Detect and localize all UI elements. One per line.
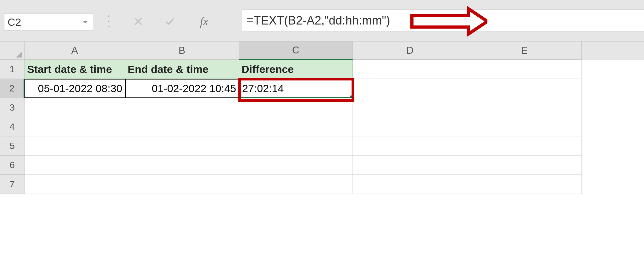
cell-B2[interactable]: 01-02-2022 10:45 — [125, 79, 239, 98]
row-4: 4 — [0, 117, 644, 136]
col-header-E[interactable]: E — [467, 41, 582, 60]
cell-E5[interactable] — [467, 136, 582, 156]
cell-C4[interactable] — [239, 117, 353, 136]
cell-A2-text: 05-01-2022 08:30 — [38, 82, 122, 95]
cell-D6[interactable] — [353, 156, 467, 175]
row-header-7[interactable]: 7 — [0, 175, 25, 194]
formula-bar-grip[interactable] — [104, 12, 113, 31]
cell-A2[interactable]: 05-01-2022 08:30 — [25, 79, 125, 98]
cell-E3[interactable] — [467, 98, 582, 117]
cell-C2[interactable]: 27:02:14 — [239, 79, 353, 98]
cell-B1[interactable]: End date & time — [125, 60, 239, 79]
row-header-3[interactable]: 3 — [0, 98, 25, 117]
cell-B3[interactable] — [125, 98, 239, 117]
cell-D4[interactable] — [353, 117, 467, 136]
cell-C5[interactable] — [239, 136, 353, 156]
cell-C3[interactable] — [239, 98, 353, 117]
cell-B1-text: End date & time — [128, 63, 208, 75]
cell-B5[interactable] — [125, 136, 239, 156]
cell-C2-text: 27:02:14 — [242, 82, 284, 95]
column-headers: A B C D E — [0, 41, 644, 60]
enter-button — [159, 13, 181, 30]
row-header-5[interactable]: 5 — [0, 136, 25, 156]
cell-A5[interactable] — [25, 136, 125, 156]
row-1: 1 Start date & time End date & time Diff… — [0, 60, 644, 79]
col-header-C[interactable]: C — [239, 41, 353, 60]
formula-text: =TEXT(B2-A2,"dd:hh:mm") — [247, 14, 390, 27]
row-header-2[interactable]: 2 — [0, 79, 25, 98]
col-header-A[interactable]: A — [25, 41, 125, 60]
insert-function-button[interactable]: fx — [193, 13, 215, 30]
name-box-value: C2 — [8, 16, 21, 28]
cell-D2[interactable] — [353, 79, 467, 98]
cell-E2[interactable] — [467, 79, 582, 98]
col-header-B[interactable]: B — [125, 41, 239, 60]
cell-A6[interactable] — [25, 156, 125, 175]
worksheet: A B C D E 1 Start date & time End date &… — [0, 41, 644, 253]
cell-D7[interactable] — [353, 175, 467, 194]
row-7: 7 — [0, 175, 644, 194]
cell-A4[interactable] — [25, 117, 125, 136]
cell-E7[interactable] — [467, 175, 582, 194]
cell-C6[interactable] — [239, 156, 353, 175]
cell-D3[interactable] — [353, 98, 467, 117]
row-header-1[interactable]: 1 — [0, 60, 25, 79]
cell-B6[interactable] — [125, 156, 239, 175]
cell-C7[interactable] — [239, 175, 353, 194]
cell-C1-text: Difference — [242, 63, 294, 75]
name-box-dropdown-icon[interactable] — [78, 14, 93, 30]
cell-E6[interactable] — [467, 156, 582, 175]
cell-C1[interactable]: Difference — [239, 60, 353, 79]
cell-D5[interactable] — [353, 136, 467, 156]
row-6: 6 — [0, 156, 644, 175]
row-header-6[interactable]: 6 — [0, 156, 25, 175]
cell-A3[interactable] — [25, 98, 125, 117]
cell-A1-text: Start date & time — [27, 63, 112, 75]
cell-B2-text: 01-02-2022 10:45 — [152, 82, 236, 95]
cell-B4[interactable] — [125, 117, 239, 136]
row-header-4[interactable]: 4 — [0, 117, 25, 136]
select-all-corner[interactable] — [0, 41, 25, 60]
name-box[interactable]: C2 — [4, 13, 93, 31]
cell-A7[interactable] — [25, 175, 125, 194]
row-5: 5 — [0, 136, 644, 156]
cell-E4[interactable] — [467, 117, 582, 136]
formula-input[interactable]: =TEXT(B2-A2,"dd:hh:mm") — [242, 9, 644, 31]
cell-D1[interactable] — [353, 60, 467, 79]
cell-E1[interactable] — [467, 60, 582, 79]
cell-A1[interactable]: Start date & time — [25, 60, 125, 79]
fx-label: fx — [200, 15, 208, 28]
cell-B7[interactable] — [125, 175, 239, 194]
formula-bar: C2 fx =TEXT(B2-A2,"dd:hh:mm") — [0, 0, 644, 41]
col-header-D[interactable]: D — [353, 41, 467, 60]
row-2: 2 05-01-2022 08:30 01-02-2022 10:45 27:0… — [0, 79, 644, 98]
row-3: 3 — [0, 98, 644, 117]
cancel-button — [127, 13, 149, 30]
